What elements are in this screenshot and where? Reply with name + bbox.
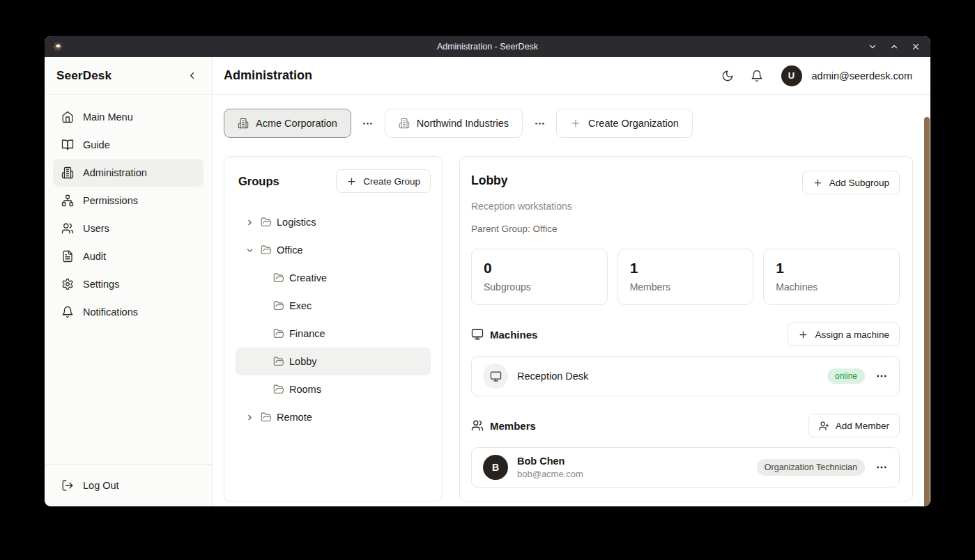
plus-icon [346, 176, 357, 187]
bell-icon [61, 306, 74, 318]
chevron-right-icon[interactable] [245, 413, 254, 422]
create-group-button[interactable]: Create Group [336, 169, 431, 193]
sidebar: SeerDesk Main Menu Guide Administration [45, 57, 213, 506]
page-title: Administration [224, 68, 312, 83]
folder-open-icon [261, 217, 272, 228]
group-description: Reception workstations [471, 201, 900, 212]
org-tab-acme-corporation[interactable]: Acme Corporation [224, 109, 351, 138]
tree-item-office[interactable]: Office [236, 236, 431, 264]
folder-open-icon [273, 356, 284, 367]
document-icon [61, 250, 74, 263]
sidebar-collapse-button[interactable] [184, 68, 199, 84]
folder-open-icon [273, 272, 284, 283]
folder-open-icon [261, 412, 272, 423]
brand-title: SeerDesk [56, 69, 112, 83]
member-menu-button[interactable] [875, 461, 888, 474]
moon-icon [721, 70, 734, 82]
status-badge: online [827, 368, 865, 384]
app-logo-icon [52, 40, 64, 53]
dark-mode-toggle[interactable] [717, 65, 738, 86]
tree-item-finance[interactable]: Finance [236, 320, 431, 348]
plus-icon [570, 118, 581, 129]
sidebar-item-users[interactable]: Users [53, 215, 204, 242]
stat-card-members: 1 Members [617, 249, 754, 305]
org-menu-button[interactable] [359, 113, 377, 134]
folder-open-icon [273, 328, 284, 339]
organization-bar: Acme Corporation Northwind Industries Cr… [224, 109, 913, 138]
sitemap-icon [61, 194, 74, 207]
chevron-right-icon[interactable] [245, 218, 254, 227]
ellipsis-icon [534, 118, 546, 130]
member-name: Bob Chen [517, 456, 583, 467]
main-area: Administration U admin@seerdesk.com Acme… [213, 57, 930, 506]
close-icon[interactable] [911, 42, 921, 52]
add-subgroup-button[interactable]: Add Subgroup [802, 171, 900, 194]
machine-row: Reception Desk online [471, 356, 900, 396]
sidebar-item-permissions[interactable]: Permissions [53, 187, 204, 215]
machine-menu-button[interactable] [875, 370, 888, 382]
notifications-button[interactable] [746, 65, 767, 86]
group-tree: Logistics Office Creative [236, 208, 431, 431]
maximize-icon[interactable] [889, 42, 899, 52]
folder-open-icon [273, 300, 284, 311]
member-email: bob@acme.com [517, 469, 583, 479]
members-section-header: Members Add Member [471, 414, 900, 437]
user-avatar[interactable]: U [781, 65, 802, 86]
building-icon [61, 166, 74, 179]
tree-item-creative[interactable]: Creative [236, 264, 431, 292]
add-member-button[interactable]: Add Member [808, 414, 900, 437]
plus-icon [798, 329, 808, 340]
scrollbar[interactable] [924, 117, 930, 506]
sidebar-item-main-menu[interactable]: Main Menu [53, 103, 204, 131]
tree-item-remote[interactable]: Remote [236, 403, 431, 431]
scrollbar-thumb[interactable] [924, 117, 930, 506]
member-avatar: B [483, 455, 508, 480]
user-plus-icon [819, 421, 829, 431]
member-row: B Bob Chen bob@acme.com Organization Tec… [471, 447, 900, 488]
chevron-down-icon[interactable] [245, 246, 254, 255]
content: Acme Corporation Northwind Industries Cr… [213, 95, 930, 506]
users-icon [471, 419, 484, 432]
stat-card-machines: 1 Machines [763, 249, 900, 305]
tree-item-lobby[interactable]: Lobby [236, 348, 431, 375]
ellipsis-icon [362, 118, 374, 130]
folder-open-icon [261, 244, 272, 256]
home-icon [61, 111, 74, 123]
main-header: Administration U admin@seerdesk.com [213, 57, 930, 95]
org-menu-button[interactable] [530, 113, 548, 134]
logout-button[interactable]: Log Out [53, 472, 204, 499]
groups-title: Groups [238, 175, 279, 188]
groups-panel: Groups Create Group Logistics [224, 156, 443, 502]
minimize-icon[interactable] [868, 42, 877, 52]
tree-item-logistics[interactable]: Logistics [236, 208, 431, 236]
machine-name: Reception Desk [517, 371, 588, 382]
monitor-icon [483, 364, 508, 389]
stat-card-subgroups: 0 Subgroups [471, 249, 608, 305]
titlebar[interactable]: Administration - SeerDesk [45, 36, 930, 57]
plus-icon [813, 178, 823, 188]
assign-machine-button[interactable]: Assign a machine [788, 322, 900, 346]
app-window: Administration - SeerDesk SeerDesk Main … [45, 36, 930, 506]
machines-section-header: Machines Assign a machine [471, 322, 900, 346]
building-icon [238, 118, 249, 129]
user-email: admin@seerdesk.com [812, 70, 912, 81]
sidebar-item-guide[interactable]: Guide [53, 131, 204, 159]
window-title: Administration - SeerDesk [437, 42, 538, 52]
folder-open-icon [273, 384, 284, 395]
sidebar-item-audit[interactable]: Audit [53, 242, 204, 270]
parent-group: Parent Group: Office [471, 224, 900, 234]
tree-item-rooms[interactable]: Rooms [236, 375, 431, 403]
tree-item-exec[interactable]: Exec [236, 292, 431, 320]
sidebar-item-administration[interactable]: Administration [53, 159, 204, 187]
group-detail-panel: Lobby Add Subgroup Reception workstation… [459, 156, 913, 502]
org-tab-northwind-industries[interactable]: Northwind Industries [385, 109, 523, 138]
bell-icon [751, 70, 763, 82]
group-title: Lobby [471, 171, 508, 188]
logout-icon [61, 479, 74, 492]
create-organization-button[interactable]: Create Organization [556, 109, 693, 138]
sidebar-item-settings[interactable]: Settings [53, 270, 204, 298]
sidebar-item-notifications[interactable]: Notifications [53, 298, 204, 326]
role-badge: Organization Technician [757, 459, 865, 476]
gear-icon [61, 278, 74, 290]
sidebar-nav: Main Menu Guide Administration Permissio… [45, 95, 212, 464]
